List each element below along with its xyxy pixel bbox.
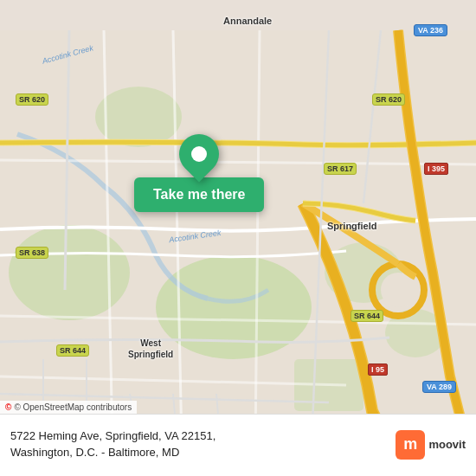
badge-sr638: SR 638 <box>16 247 48 259</box>
svg-point-1 <box>9 225 130 320</box>
osm-logo: © <box>5 402 11 412</box>
badge-sr617: SR 617 <box>324 163 357 175</box>
label-annandale: Annandale <box>223 16 272 26</box>
badge-i395: I 395 <box>424 163 448 175</box>
take-me-there-button[interactable]: Take me there <box>134 177 264 212</box>
label-springfield: Springfield <box>327 221 376 231</box>
map-pin <box>171 125 228 182</box>
badge-sr620-left: SR 620 <box>16 93 48 106</box>
address-block: 5722 Heming Ave, Springfield, VA 22151, … <box>10 428 396 460</box>
map-container: VA 236 SR 620 SR 620 SR 617 I 395 SR 638… <box>0 0 476 476</box>
badge-va289: VA 289 <box>422 381 456 393</box>
take-me-there-container[interactable]: Take me there <box>134 134 264 212</box>
attribution: © © OpenStreetMap contributors <box>0 401 137 414</box>
badge-sr644-left: SR 644 <box>56 344 89 357</box>
badge-sr644-right: SR 644 <box>351 310 383 322</box>
address-line1: 5722 Heming Ave, Springfield, VA 22151, <box>10 429 215 442</box>
attribution-text: © OpenStreetMap contributors <box>14 402 132 412</box>
address-line2: Washington, D.C. - Baltimore, MD <box>10 446 179 459</box>
moovit-wordmark: moovit <box>428 438 466 451</box>
label-west-springfield: WestSpringfield <box>128 338 173 360</box>
moovit-logo[interactable]: m moovit <box>396 430 466 460</box>
moovit-m-icon: m <box>396 430 425 460</box>
badge-i95: I 95 <box>368 363 388 376</box>
badge-sr620-right: SR 620 <box>372 93 405 106</box>
badge-va236: VA 236 <box>414 24 447 36</box>
bottom-bar: 5722 Heming Ave, Springfield, VA 22151, … <box>0 414 476 476</box>
